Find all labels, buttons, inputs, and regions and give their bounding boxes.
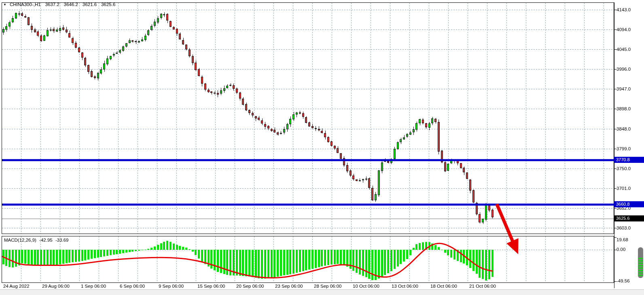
price-tick-label: 4094.0 xyxy=(616,27,631,32)
time-tick-label: 10 Oct 06:00 xyxy=(353,284,379,289)
high-value: 3646.2 xyxy=(64,2,78,7)
price-tick-label: 3898.0 xyxy=(616,106,631,112)
time-tick-label: 24 Aug 2022 xyxy=(3,284,30,289)
time-tick-label: 9 Sep 06:00 xyxy=(159,284,184,289)
symbol-period-label: CHINA300-,H1 xyxy=(10,2,41,7)
low-value: 3621.6 xyxy=(83,2,97,7)
time-tick-label: 20 Sep 06:00 xyxy=(236,284,264,289)
macd-indicator-label: MACD(12,26,9) -42.95 -33.69 xyxy=(4,238,70,242)
price-tick-label: 4143.0 xyxy=(616,7,631,13)
hline-price-badge: 3770.8 xyxy=(614,157,644,163)
time-tick-label: 29 Aug 06:00 xyxy=(42,284,70,289)
time-tick-label: 21 Oct 06:00 xyxy=(469,284,496,289)
time-tick-label: 15 Sep 06:00 xyxy=(197,284,225,289)
macd-signal-value: -33.69 xyxy=(55,238,69,242)
open-value: 3637.2 xyxy=(45,2,59,7)
chart-area[interactable] xyxy=(0,0,644,295)
macd-tick-label: -49.56 xyxy=(616,278,630,284)
price-tick-label: 4045.0 xyxy=(616,46,631,52)
macd-tick-label: 19.68 xyxy=(616,237,628,242)
price-tick-label: 3701.0 xyxy=(616,185,631,191)
time-tick-label: 18 Oct 06:00 xyxy=(430,284,457,289)
last-price-badge: 3625.6 xyxy=(614,215,644,221)
grip-stripes xyxy=(638,258,643,277)
price-tick-label: 3750.0 xyxy=(616,166,631,171)
scrollbar-grip[interactable] xyxy=(638,247,643,278)
window-bottom-strip xyxy=(0,289,644,295)
price-tick-label: 3947.0 xyxy=(616,86,631,92)
time-tick-label: 1 Sep 06:00 xyxy=(81,284,106,289)
price-tick-label: 3996.0 xyxy=(616,66,631,72)
time-tick-label: 23 Sep 06:00 xyxy=(275,284,303,289)
price-tick-label: 3603.0 xyxy=(616,225,631,231)
mt4-chart-window: { "header": { "symbol_period": "CHINA300… xyxy=(0,0,644,295)
time-tick-label: 13 Oct 06:00 xyxy=(392,284,418,289)
macd-tick-label: 0.00 xyxy=(616,247,625,252)
price-tick-label: 3848.0 xyxy=(616,126,631,132)
hline-price-badge: 3660.8 xyxy=(614,201,644,207)
macd-name: MACD(12,26,9) xyxy=(4,238,36,242)
price-tick-label: 3799.0 xyxy=(616,146,631,152)
close-value: 3625.6 xyxy=(101,2,115,7)
time-tick-label: 28 Sep 06:00 xyxy=(314,284,341,289)
macd-main-value: -42.95 xyxy=(39,238,53,242)
collapse-triangle-icon[interactable]: ▼ xyxy=(3,2,6,7)
chart-header: ▼ CHINA300-,H1 3637.2 3646.2 3621.6 3625… xyxy=(3,2,115,7)
time-tick-label: 6 Sep 06:00 xyxy=(120,284,145,289)
